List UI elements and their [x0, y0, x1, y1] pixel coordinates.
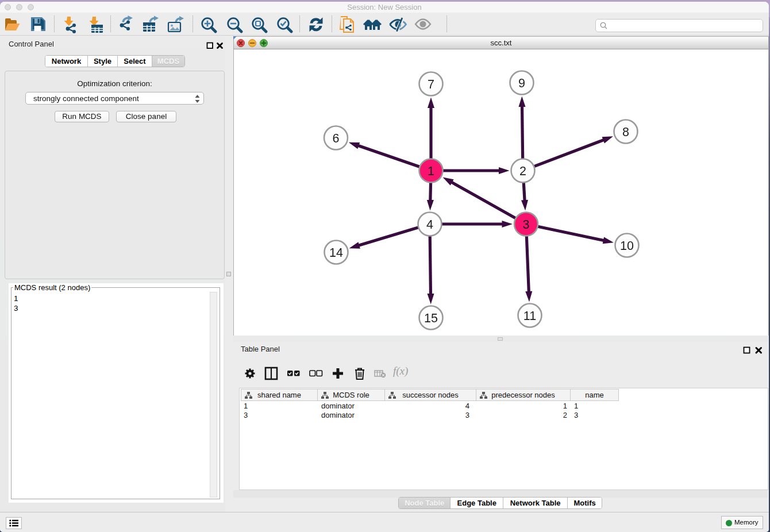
svg-text:2: 2 [519, 164, 526, 178]
svg-text:6: 6 [333, 132, 340, 145]
svg-text:1: 1 [428, 164, 434, 178]
svg-text:4: 4 [426, 218, 433, 232]
svg-text:3: 3 [523, 218, 530, 232]
svg-text:15: 15 [424, 311, 438, 325]
svg-text:7: 7 [428, 78, 434, 91]
svg-text:8: 8 [622, 125, 629, 139]
svg-text:10: 10 [620, 239, 634, 253]
svg-text:11: 11 [523, 309, 536, 323]
svg-text:14: 14 [329, 246, 343, 260]
svg-text:9: 9 [518, 76, 525, 90]
